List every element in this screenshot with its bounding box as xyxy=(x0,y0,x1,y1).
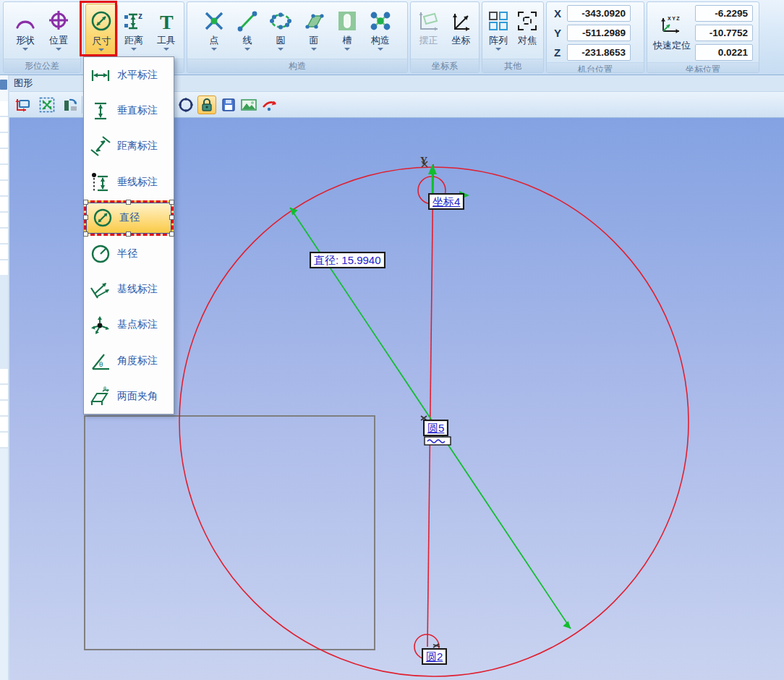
coordinate4-tag[interactable]: 坐标4 xyxy=(428,193,464,210)
svg-text:XYZ: XYZ xyxy=(668,16,681,21)
selection-handle xyxy=(169,200,174,205)
vertical-dimension-icon xyxy=(89,100,112,122)
group-label-coordinate-position: 坐标位置 xyxy=(647,62,759,73)
machine-y-value[interactable]: -511.2989 xyxy=(567,25,631,41)
point-label: 点 xyxy=(210,35,219,46)
lock-button[interactable] xyxy=(197,95,216,114)
chevron-down-icon xyxy=(211,48,217,51)
coord-pos-value-1[interactable]: -6.2295 xyxy=(695,5,753,22)
coordinate-label: 坐标 xyxy=(452,35,471,46)
selection-handle xyxy=(169,231,174,237)
machine-z-row: Z -231.8653 xyxy=(554,44,631,61)
fit-all-button[interactable] xyxy=(38,95,56,114)
align-label: 摆正 xyxy=(419,35,438,46)
group-label-coordsys: 坐标系 xyxy=(411,59,479,72)
dimension-dropdown-menu: 水平标注 垂直标注 距离标注 垂线标注 直径 半径 xyxy=(83,56,174,415)
graphics-tab-label: 图形 xyxy=(14,77,33,88)
fit-all-icon xyxy=(38,96,56,114)
circle5-tag[interactable]: 圆5 xyxy=(423,420,448,436)
menu-item-basepoint[interactable]: 基点标注 xyxy=(84,307,174,343)
xyz-axes-icon: XYZ xyxy=(657,14,686,38)
group-label-tolerance: 形位公差 xyxy=(4,59,80,72)
circle-label: 圆 xyxy=(276,35,286,46)
panel-tab-icon xyxy=(0,80,7,90)
machine-x-value[interactable]: -343.0920 xyxy=(567,5,631,22)
menu-item-dihedral[interactable]: θ 两面夹角 xyxy=(84,379,174,415)
size-label: 尺寸 xyxy=(92,35,111,46)
diameter-value-tag[interactable]: 直径: 15.9940 xyxy=(310,252,385,268)
align-button[interactable]: 摆正 xyxy=(412,4,445,59)
size-button[interactable]: 尺寸 xyxy=(85,4,118,59)
machine-y-label: Y xyxy=(554,27,563,39)
mirror-button[interactable] xyxy=(61,95,80,114)
panel-section xyxy=(0,449,8,680)
redo-button[interactable] xyxy=(260,95,279,114)
position-tolerance-button[interactable]: 位置 xyxy=(42,4,75,59)
menu-item-perpendicular[interactable]: 垂线标注 xyxy=(84,164,174,200)
chevron-down-icon xyxy=(378,48,383,51)
perpendicular-dimension-icon xyxy=(89,171,112,193)
coord-pos-value-3[interactable]: 0.0221 xyxy=(695,44,753,61)
point-button[interactable]: 点 xyxy=(197,4,231,59)
machine-z-value[interactable]: -231.8653 xyxy=(567,44,631,61)
construction-rectangle[interactable] xyxy=(85,416,375,650)
shape-arc-icon xyxy=(14,7,37,35)
group-machine-position: X -343.0920 Y -511.2989 Z -231.8653 机台位置 xyxy=(546,1,644,73)
angle-dimension-icon: θ xyxy=(89,350,112,372)
selection-handle xyxy=(126,231,131,237)
plane-button[interactable]: 面 xyxy=(297,4,331,59)
coord-pos-value-2[interactable]: -10.7752 xyxy=(695,25,753,41)
group-label-construct: 构造 xyxy=(187,59,407,72)
left-panel-edge xyxy=(0,75,9,680)
menu-item-baseline[interactable]: 基线标注 xyxy=(84,271,174,307)
menu-item-vertical[interactable]: 垂直标注 xyxy=(84,93,174,128)
position-target-icon xyxy=(47,7,70,35)
array-button[interactable]: 阵列 xyxy=(484,4,513,59)
selection-circle-button[interactable] xyxy=(176,95,195,114)
focus-label: 对焦 xyxy=(518,35,537,46)
menu-item-diameter[interactable]: 直径 xyxy=(84,200,174,236)
coordinate-button[interactable]: 坐标 xyxy=(445,4,477,59)
focus-bracket-icon xyxy=(516,7,539,35)
focus-button[interactable]: 对焦 xyxy=(513,4,542,59)
distance-dimension-diag-icon xyxy=(89,135,112,157)
position-tolerance-label: 位置 xyxy=(49,35,68,46)
horizontal-dimension-icon xyxy=(89,64,112,86)
chevron-down-icon xyxy=(56,48,61,51)
quick-position-button[interactable]: XYZ 快速定位 xyxy=(653,14,691,52)
plane-icon xyxy=(302,7,326,35)
zoom-window-button[interactable] xyxy=(14,95,33,114)
diameter-value-text: 直径: 15.9940 xyxy=(314,254,381,266)
slot-label: 槽 xyxy=(343,35,352,46)
line-button[interactable]: 线 xyxy=(231,4,264,59)
circle2-tag[interactable]: 圆2 xyxy=(422,648,447,665)
group-coordsys: 摆正 坐标 坐标系 xyxy=(410,1,480,73)
distance-button[interactable]: z 距离 xyxy=(118,4,150,59)
coordinate-axes-icon xyxy=(450,7,473,35)
save-icon xyxy=(221,97,237,113)
chevron-down-icon xyxy=(131,48,137,51)
circle5-text: 圆5 xyxy=(427,422,444,434)
point-icon xyxy=(203,7,226,35)
construct-button[interactable]: 构造 xyxy=(364,4,397,59)
menu-label-perpendicular: 垂线标注 xyxy=(117,176,158,189)
tool-button[interactable]: T 工具 xyxy=(150,4,182,59)
panel-rows xyxy=(0,101,8,275)
slot-button[interactable]: 槽 xyxy=(331,4,364,59)
menu-label-distance: 距离标注 xyxy=(117,140,158,153)
shape-tolerance-button[interactable]: 形状 xyxy=(9,4,42,59)
circle-button[interactable]: 圆 xyxy=(264,4,297,59)
menu-item-distance[interactable]: 距离标注 xyxy=(84,129,174,164)
save-button[interactable] xyxy=(219,95,238,114)
menu-item-horizontal[interactable]: 水平标注 xyxy=(84,57,174,93)
circle2-text: 圆2 xyxy=(426,650,443,663)
menu-item-angle[interactable]: θ 角度标注 xyxy=(84,343,174,378)
distance-label: 距离 xyxy=(124,35,143,46)
selection-handle xyxy=(83,215,88,220)
dihedral-angle-icon: θ xyxy=(89,386,112,407)
basepoint-dimension-icon xyxy=(89,314,112,336)
image-button[interactable] xyxy=(239,95,258,114)
menu-label-angle: 角度标注 xyxy=(117,354,158,367)
group-construct: 点 线 圆 面 xyxy=(187,1,408,73)
menu-item-radius[interactable]: 半径 xyxy=(84,236,174,271)
